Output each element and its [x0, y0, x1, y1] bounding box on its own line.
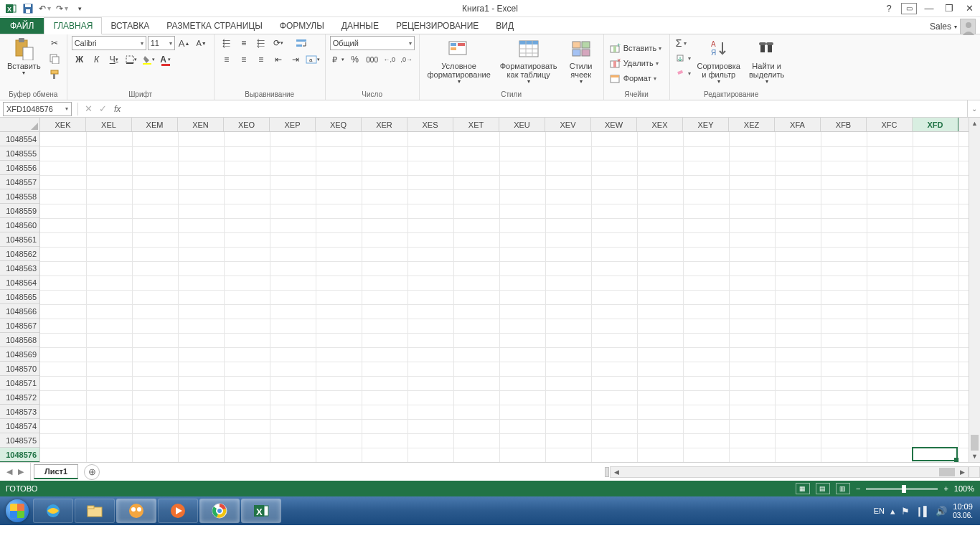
conditional-formatting-button[interactable]: Условное форматирование▾: [424, 36, 494, 87]
row-header[interactable]: 1048556: [0, 161, 39, 175]
accounting-format-button[interactable]: ₽▾: [330, 52, 346, 67]
column-header[interactable]: XEZ: [729, 118, 775, 131]
horizontal-scrollbar[interactable]: ◀ ▶: [610, 466, 969, 478]
align-middle-button[interactable]: ≡: [236, 36, 252, 50]
selected-cell[interactable]: [912, 447, 958, 461]
column-header[interactable]: XFA: [775, 118, 821, 131]
fx-icon[interactable]: fx: [114, 104, 121, 114]
tray-volume-icon[interactable]: 🔊: [936, 506, 947, 517]
merge-center-button[interactable]: a▾: [305, 52, 321, 67]
row-header[interactable]: 1048571: [0, 376, 39, 390]
increase-font-button[interactable]: A▲: [176, 36, 192, 50]
scroll-left-icon[interactable]: ◀: [611, 468, 622, 476]
format-cells-button[interactable]: Формат▾: [608, 71, 658, 85]
column-header[interactable]: XFB: [821, 118, 867, 131]
clear-button[interactable]: ▾: [674, 66, 692, 80]
save-icon[interactable]: [20, 1, 36, 17]
account-area[interactable]: Sales ▾: [930, 19, 976, 34]
column-header[interactable]: XFD: [913, 118, 958, 131]
row-header[interactable]: 1048561: [0, 232, 39, 247]
format-painter-button[interactable]: [47, 67, 62, 82]
column-header[interactable]: XEV: [545, 118, 591, 131]
row-header[interactable]: 1048565: [0, 290, 39, 304]
column-header[interactable]: XFC: [867, 118, 913, 131]
taskbar-app1[interactable]: [116, 499, 156, 523]
font-size-combo[interactable]: 11▾: [148, 36, 175, 50]
fill-button[interactable]: ▾: [674, 51, 692, 65]
row-header[interactable]: 1048569: [0, 347, 39, 362]
taskbar-chrome[interactable]: [199, 499, 240, 523]
name-box[interactable]: XFD1048576▾: [3, 102, 72, 116]
tab-data[interactable]: ДАННЫЕ: [333, 18, 387, 34]
wrap-text-button[interactable]: [293, 36, 309, 50]
zoom-out-button[interactable]: −: [856, 484, 860, 493]
tray-flag-icon[interactable]: ⚑: [901, 506, 910, 517]
undo-button[interactable]: ↶▾: [37, 1, 53, 17]
row-header[interactable]: 1048559: [0, 204, 39, 218]
minimize-button[interactable]: —: [921, 3, 937, 14]
row-header[interactable]: 1048570: [0, 362, 39, 376]
tab-insert[interactable]: ВСТАВКА: [102, 18, 158, 34]
percent-button[interactable]: %: [347, 52, 363, 67]
column-header[interactable]: XEU: [499, 118, 545, 131]
zoom-slider[interactable]: [866, 488, 938, 490]
row-header[interactable]: 1048567: [0, 319, 39, 333]
row-header[interactable]: 1048564: [0, 276, 39, 290]
paste-button[interactable]: Вставить▾: [4, 36, 44, 78]
row-header[interactable]: 1048563: [0, 261, 39, 276]
scroll-thumb[interactable]: [939, 468, 955, 476]
scroll-up-icon[interactable]: ▲: [969, 118, 980, 129]
zoom-in-button[interactable]: +: [943, 484, 948, 493]
delete-cells-button[interactable]: ×Удалить▾: [608, 56, 660, 70]
taskbar-ie[interactable]: [33, 499, 73, 523]
column-header[interactable]: XER: [362, 118, 407, 131]
decrease-font-button[interactable]: A▼: [194, 36, 209, 50]
decrease-indent-button[interactable]: ⇤: [270, 52, 286, 67]
font-name-combo[interactable]: Calibri▾: [72, 36, 146, 50]
normal-view-button[interactable]: ▦: [796, 483, 810, 494]
tab-review[interactable]: РЕЦЕНЗИРОВАНИЕ: [387, 18, 487, 34]
border-button[interactable]: ▾: [123, 52, 139, 67]
tray-clock[interactable]: 10:09 03.06.: [953, 502, 973, 519]
close-button[interactable]: ✕: [961, 3, 977, 14]
column-header[interactable]: XES: [407, 118, 453, 131]
row-header[interactable]: 1048560: [0, 218, 39, 232]
row-header[interactable]: 1048562: [0, 247, 39, 261]
autosum-button[interactable]: Σ▾: [674, 36, 692, 50]
row-header[interactable]: 1048575: [0, 433, 39, 448]
tab-page-layout[interactable]: РАЗМЕТКА СТРАНИЦЫ: [158, 18, 271, 34]
enter-formula-button[interactable]: ✓: [95, 103, 110, 114]
column-header[interactable]: XEX: [637, 118, 683, 131]
ribbon-display-button[interactable]: ▭: [901, 3, 917, 14]
find-select-button[interactable]: Найти и выделить▾: [745, 36, 788, 87]
tab-formulas[interactable]: ФОРМУЛЫ: [271, 18, 333, 34]
align-left-button[interactable]: ≡: [219, 52, 235, 67]
page-layout-view-button[interactable]: ▤: [816, 483, 830, 494]
tray-show-hidden-icon[interactable]: ▴: [890, 506, 895, 517]
row-header[interactable]: 1048573: [0, 405, 39, 419]
tray-network-icon[interactable]: ❙▌: [915, 506, 930, 517]
taskbar-explorer[interactable]: [75, 499, 115, 523]
orientation-button[interactable]: ⟳▾: [270, 36, 286, 50]
fill-color-button[interactable]: ▾: [141, 52, 156, 67]
expand-formula-bar[interactable]: ⌄: [967, 100, 980, 117]
page-break-view-button[interactable]: ▥: [836, 483, 850, 494]
cell-styles-button[interactable]: Стили ячеек▾: [563, 36, 599, 87]
column-header[interactable]: XEM: [132, 118, 178, 131]
comma-style-button[interactable]: 000: [364, 52, 380, 67]
redo-button[interactable]: ↷▾: [55, 1, 70, 17]
cancel-formula-button[interactable]: ✕: [81, 103, 95, 114]
bold-button[interactable]: Ж: [72, 52, 88, 67]
row-header[interactable]: 1048574: [0, 419, 39, 433]
new-sheet-button[interactable]: ⊕: [84, 464, 100, 480]
column-header[interactable]: XEL: [86, 118, 132, 131]
increase-decimal-button[interactable]: ←,0: [382, 52, 397, 67]
align-top-button[interactable]: ⬱: [219, 36, 235, 50]
tab-home[interactable]: ГЛАВНАЯ: [44, 17, 102, 34]
align-right-button[interactable]: ≡: [253, 52, 269, 67]
tab-file[interactable]: ФАЙЛ: [0, 18, 44, 34]
column-header[interactable]: XEP: [270, 118, 316, 131]
copy-button[interactable]: [47, 52, 62, 66]
row-header[interactable]: 1048557: [0, 175, 39, 189]
row-header[interactable]: 1048576: [0, 448, 39, 462]
